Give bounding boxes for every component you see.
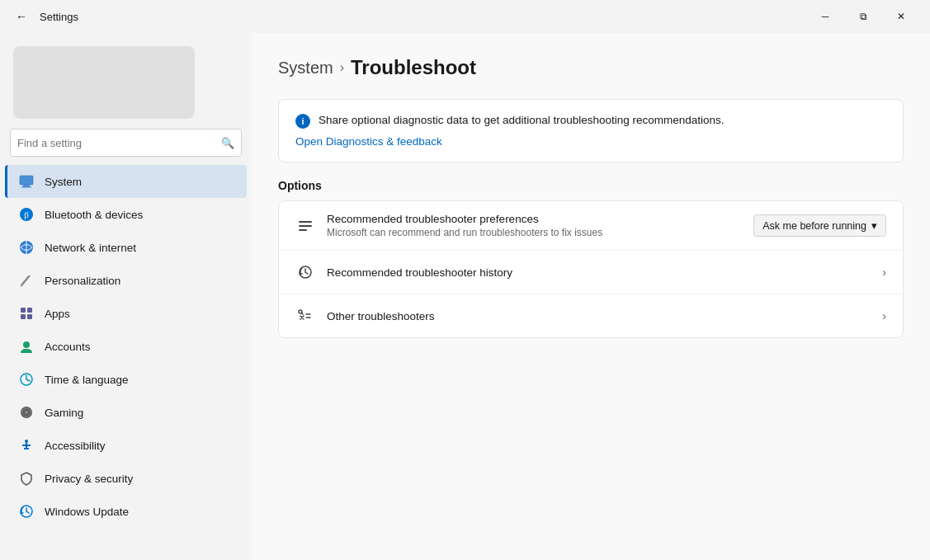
timelang-icon: [18, 371, 35, 388]
sidebar-item-label: Accounts: [45, 341, 91, 353]
nav-list: System β Bluetooth & devices Network & i…: [0, 165, 252, 528]
network-icon: [18, 239, 35, 256]
window-controls: ─ ⧉ ✕: [806, 3, 920, 30]
chevron-right-icon: ›: [882, 309, 886, 322]
svg-text:β: β: [24, 209, 29, 219]
sidebar-avatar: [13, 46, 195, 119]
sidebar: 🔍 System β Bluetooth & devices Network &…: [0, 33, 252, 560]
option-text: Recommended troubleshooter preferences M…: [327, 213, 742, 238]
options-list: Recommended troubleshooter preferences M…: [278, 200, 904, 338]
svg-rect-8: [21, 308, 26, 313]
search-input[interactable]: [17, 137, 221, 149]
apps-icon: [18, 305, 35, 322]
svg-line-32: [301, 313, 303, 314]
info-banner: i Share optional diagnostic data to get …: [278, 99, 904, 162]
info-banner-row: i Share optional diagnostic data to get …: [295, 113, 886, 129]
close-button[interactable]: ✕: [882, 3, 920, 30]
back-button[interactable]: ←: [10, 5, 33, 28]
svg-rect-0: [20, 176, 33, 185]
sidebar-item-label: Privacy & security: [45, 473, 133, 485]
sidebar-item-label: Accessibility: [45, 440, 106, 452]
sidebar-item-label: Personalization: [45, 275, 120, 287]
update-icon: [18, 503, 35, 520]
option-item-history[interactable]: Recommended troubleshooter history ›: [279, 251, 903, 294]
sidebar-item-gaming[interactable]: Gaming: [5, 396, 247, 429]
gaming-icon: [18, 404, 35, 421]
breadcrumb-parent: System: [278, 59, 333, 78]
other-icon: [295, 306, 315, 326]
sidebar-item-personalization[interactable]: Personalization: [5, 264, 247, 297]
privacy-icon: [18, 470, 35, 487]
info-text: Share optional diagnostic data to get ad…: [319, 113, 725, 129]
accessibility-icon: [18, 437, 35, 454]
svg-point-12: [23, 341, 30, 348]
svg-point-18: [25, 411, 28, 414]
chevron-right-icon: ›: [882, 266, 886, 279]
sidebar-item-label: System: [45, 176, 82, 188]
option-item-preferences[interactable]: Recommended troubleshooter preferences M…: [279, 201, 903, 251]
sidebar-item-accessibility[interactable]: Accessibility: [5, 429, 247, 462]
minimize-button[interactable]: ─: [806, 3, 844, 30]
svg-rect-9: [27, 308, 32, 313]
main-content: System › Troubleshoot i Share optional d…: [252, 33, 930, 560]
sidebar-item-label: Time & language: [45, 374, 129, 386]
svg-line-7: [21, 276, 29, 285]
sidebar-item-timelang[interactable]: Time & language: [5, 363, 247, 396]
option-dropdown[interactable]: Ask me before running ▾: [753, 214, 886, 237]
option-right: ›: [882, 266, 886, 279]
option-text: Recommended troubleshooter history: [327, 266, 871, 279]
options-label: Options: [278, 179, 904, 192]
sidebar-item-privacy[interactable]: Privacy & security: [5, 462, 247, 495]
option-item-other[interactable]: Other troubleshooters ›: [279, 294, 903, 337]
option-title: Other troubleshooters: [327, 310, 871, 322]
sidebar-item-accounts[interactable]: Accounts: [5, 330, 247, 363]
svg-rect-11: [27, 314, 32, 319]
search-box[interactable]: 🔍: [10, 129, 242, 157]
app-body: 🔍 System β Bluetooth & devices Network &…: [0, 33, 930, 560]
sidebar-item-label: Bluetooth & devices: [45, 209, 143, 221]
restore-button[interactable]: ⧉: [844, 3, 882, 30]
option-right: Ask me before running ▾: [753, 214, 886, 237]
app-title: Settings: [40, 11, 78, 23]
personalization-icon: [18, 272, 35, 289]
bluetooth-icon: β: [18, 206, 35, 223]
svg-line-15: [26, 379, 30, 381]
breadcrumb: System › Troubleshoot: [278, 56, 904, 79]
breadcrumb-chevron: ›: [340, 60, 344, 75]
svg-rect-25: [299, 221, 312, 223]
sidebar-item-label: Gaming: [45, 407, 83, 419]
search-icon: 🔍: [221, 137, 234, 149]
option-title: Recommended troubleshooter preferences: [327, 213, 742, 225]
svg-rect-26: [299, 225, 312, 227]
diagnostics-link[interactable]: Open Diagnostics & feedback: [295, 135, 442, 148]
option-right: ›: [882, 309, 886, 322]
sidebar-item-bluetooth[interactable]: β Bluetooth & devices: [5, 198, 247, 231]
accounts-icon: [18, 338, 35, 355]
preferences-icon: [295, 216, 315, 236]
system-icon: [18, 173, 35, 190]
svg-rect-10: [21, 314, 26, 319]
sidebar-item-system[interactable]: System: [5, 165, 247, 198]
page-title: Troubleshoot: [351, 56, 476, 79]
sidebar-item-label: Windows Update: [45, 506, 129, 518]
sidebar-item-network[interactable]: Network & internet: [5, 231, 247, 264]
svg-rect-27: [299, 229, 307, 231]
info-icon: i: [295, 114, 310, 129]
dropdown-value: Ask me before running: [762, 220, 866, 232]
history-icon: [295, 262, 315, 282]
sidebar-item-label: Apps: [45, 308, 70, 320]
option-desc: Microsoft can recommend and run troubles…: [327, 227, 742, 238]
sidebar-item-update[interactable]: Windows Update: [5, 495, 247, 528]
option-title: Recommended troubleshooter history: [327, 266, 871, 279]
svg-point-19: [25, 440, 28, 443]
option-text: Other troubleshooters: [327, 310, 871, 322]
svg-rect-2: [21, 186, 31, 188]
sidebar-item-apps[interactable]: Apps: [5, 297, 247, 330]
svg-rect-1: [23, 185, 30, 186]
sidebar-item-label: Network & internet: [45, 242, 136, 254]
titlebar: ← Settings ─ ⧉ ✕: [0, 0, 930, 33]
chevron-down-icon: ▾: [871, 219, 877, 232]
